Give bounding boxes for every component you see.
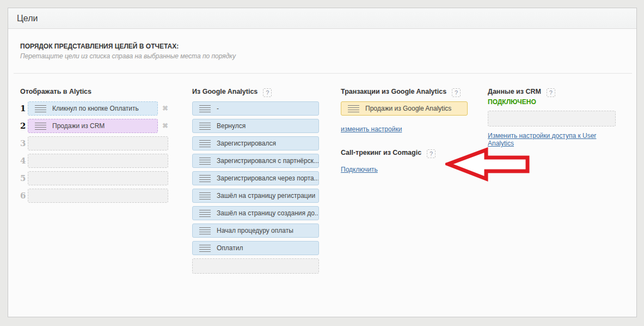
ga-goal-item[interactable]: Зарегистрировался с партнёрск...: [192, 154, 319, 168]
drag-handle-icon[interactable]: [199, 227, 211, 234]
drag-handle-icon[interactable]: [35, 105, 46, 112]
ga-goal-label: Оплатил: [217, 244, 243, 252]
column-transactions-title: Транзакции из Google Analytics?: [341, 87, 468, 96]
slot-number: 5: [20, 173, 28, 183]
connect-calltracking-link[interactable]: Подключить: [341, 166, 378, 173]
remove-goal-icon[interactable]: ✖: [162, 119, 168, 133]
ga-goal-label: Зарегистрировался через порта...: [217, 174, 319, 182]
edit-crm-access-link[interactable]: Изменить настройки доступа к User Analyt…: [488, 132, 616, 147]
ga-goal-item[interactable]: Зарегистрировался через порта...: [192, 171, 319, 185]
goal-slot-filled[interactable]: Кликнул по кнопке Оплатить: [28, 101, 158, 116]
calltracking-title: Call-трекинг из Comagic?: [341, 148, 468, 158]
column-crm-title: Данные из CRM?: [488, 87, 616, 96]
crm-empty-drop-slot[interactable]: [488, 111, 616, 126]
goal-slot-empty[interactable]: [28, 171, 168, 185]
column-alytics: Отображать в Alytics 1 Кликнул по кнопке…: [20, 87, 168, 206]
ga-goal-label: Зашёл на страницу регистрации: [217, 192, 315, 200]
ga-goal-item[interactable]: Зашёл на страницу создания до...: [192, 206, 319, 220]
ga-goal-item[interactable]: Зашёл на страницу регистрации: [192, 189, 319, 203]
drag-handle-icon[interactable]: [35, 123, 46, 130]
slot-number: 6: [20, 191, 28, 201]
drag-handle-icon[interactable]: [199, 140, 211, 147]
drag-handle-icon[interactable]: [199, 175, 211, 182]
help-icon[interactable]: ?: [547, 88, 555, 97]
ga-empty-drop-slot[interactable]: [192, 258, 319, 274]
ga-goal-label: Зарегистрировался с партнёрск...: [217, 157, 319, 165]
remove-goal-icon[interactable]: ✖: [162, 101, 168, 116]
ga-goal-label: Начал процедуру оплаты: [217, 227, 293, 234]
slot-number: 2: [20, 121, 28, 131]
column-ga-title: Из Google Analytics?: [192, 87, 319, 96]
column-alytics-title: Отображать в Alytics: [20, 87, 168, 96]
drag-handle-icon[interactable]: [199, 245, 211, 252]
ga-goal-label: Зарегистрировался: [217, 140, 276, 147]
goal-slot-empty[interactable]: [28, 136, 168, 150]
goal-slot-label: Кликнул по кнопке Оплатить: [52, 105, 139, 112]
alytics-slot-row: 6: [20, 189, 168, 203]
column-crm: Данные из CRM? ПОДКЛЮЧЕНО Изменить настр…: [488, 87, 616, 148]
transactions-goal-label: Продажи из Google Analytics: [365, 105, 451, 112]
drag-handle-icon[interactable]: [348, 105, 359, 112]
ga-goal-label: Вернулся: [217, 122, 246, 130]
order-section-heading: ПОРЯДОК ПРЕДСТАВЛЕНИЯ ЦЕЛЕЙ В ОТЧЕТАХ:: [20, 43, 179, 50]
help-icon[interactable]: ?: [452, 88, 461, 97]
column-transactions: Транзакции из Google Analytics? Продажи …: [341, 87, 468, 174]
alytics-slot-row: 2 Продажи из CRM ✖: [20, 119, 168, 133]
drag-handle-icon[interactable]: [199, 210, 211, 217]
ga-goal-item[interactable]: Начал процедуру оплаты: [192, 224, 319, 238]
crm-status-badge: ПОДКЛЮЧЕНО: [488, 98, 616, 106]
column-google-analytics: Из Google Analytics? - Вернулся Зарегист…: [192, 87, 319, 274]
drag-handle-icon[interactable]: [199, 123, 211, 130]
goal-slot-empty[interactable]: [28, 189, 168, 203]
ga-goal-item[interactable]: -: [192, 101, 319, 116]
ga-goal-item[interactable]: Зарегистрировался: [192, 136, 319, 150]
goals-settings-page: { "window": { "title": "Цели" }, "sectio…: [0, 0, 644, 326]
alytics-slot-row: 5: [20, 171, 168, 185]
section-divider: [14, 73, 632, 74]
alytics-slot-row: 1 Кликнул по кнопке Оплатить ✖: [20, 101, 168, 116]
goals-panel: Цели ПОРЯДОК ПРЕДСТАВЛЕНИЯ ЦЕЛЕЙ В ОТЧЕТ…: [8, 8, 637, 317]
alytics-slot-row: 3: [20, 136, 168, 150]
slot-number: 3: [20, 138, 28, 148]
slot-number: 1: [20, 104, 28, 113]
help-icon[interactable]: ?: [263, 88, 272, 97]
goal-slot-filled[interactable]: Продажи из CRM: [28, 119, 158, 133]
alytics-slot-row: 4: [20, 154, 168, 168]
ga-goal-label: -: [217, 105, 219, 112]
drag-handle-icon[interactable]: [199, 105, 211, 112]
goal-slot-label: Продажи из CRM: [52, 122, 105, 130]
ga-goal-label: Зашёл на страницу создания до...: [217, 209, 319, 217]
order-section-hint: Перетащите цели из списка справа на выбр…: [20, 52, 236, 60]
help-icon[interactable]: ?: [427, 149, 436, 158]
ga-goal-item[interactable]: Вернулся: [192, 119, 319, 133]
ga-goal-item[interactable]: Оплатил: [192, 241, 319, 255]
panel-header: Цели: [8, 8, 636, 29]
drag-handle-icon[interactable]: [199, 158, 211, 165]
transactions-goal-item[interactable]: Продажи из Google Analytics: [341, 101, 468, 116]
edit-transactions-settings-link[interactable]: изменить настройки: [341, 125, 402, 133]
page-title: Цели: [8, 8, 636, 29]
slot-number: 4: [20, 156, 28, 166]
drag-handle-icon[interactable]: [199, 192, 211, 200]
goal-slot-empty[interactable]: [28, 154, 168, 168]
